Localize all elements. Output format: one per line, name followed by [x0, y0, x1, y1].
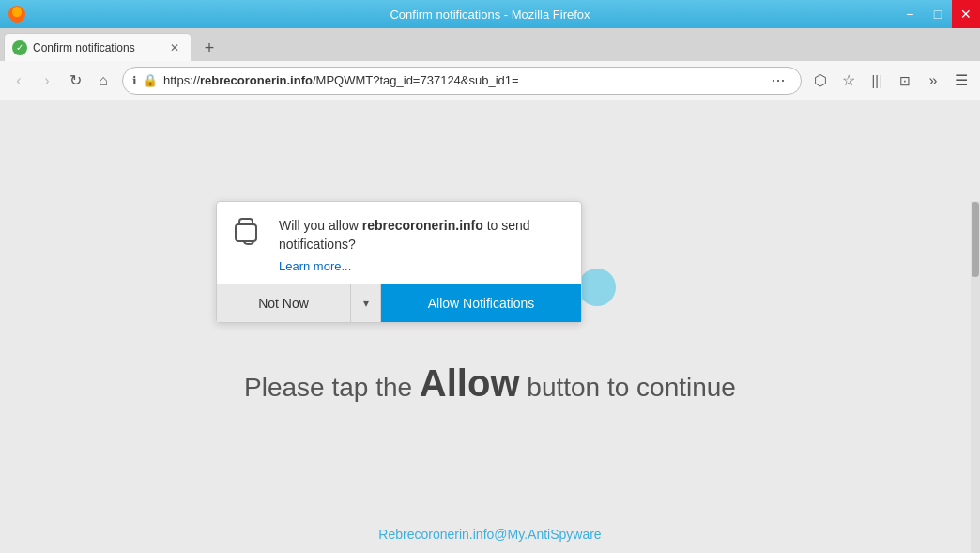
close-button[interactable]: ✕: [952, 0, 980, 28]
page-footer: Rebrecoronerin.info@My.AntiSpyware: [378, 527, 601, 542]
page-content: Please tap the Allow button to continue …: [0, 100, 980, 553]
popup-actions: Not Now ▾ Allow Notifications: [217, 284, 581, 322]
firefox-logo-icon: [8, 5, 26, 23]
window-title: Confirm notifications - Mozilla Firefox: [390, 8, 590, 22]
title-bar-controls: − □ ✕: [896, 0, 980, 28]
address-bar[interactable]: ℹ 🔒 https://rebrecoronerin.info/MPQWMT?t…: [122, 67, 802, 95]
overflow-button[interactable]: »: [920, 68, 946, 94]
not-now-dropdown-button[interactable]: ▾: [351, 284, 381, 322]
reload-button[interactable]: ↻: [62, 68, 88, 94]
library-button[interactable]: |||: [864, 68, 890, 94]
popup-text-block: Will you allow rebrecoronerin.info to se…: [279, 217, 566, 274]
title-bar-left: [8, 5, 26, 23]
browser-content-area: Will you allow rebrecoronerin.info to se…: [0, 100, 980, 553]
not-now-button[interactable]: Not Now: [217, 284, 351, 322]
title-bar: Confirm notifications - Mozilla Firefox …: [0, 0, 980, 28]
popup-question: Will you allow rebrecoronerin.info to se…: [279, 217, 566, 253]
url-domain: rebrecoronerin.info: [200, 73, 313, 87]
toolbar-right: ⬡ ☆ ||| ⊡ » ☰: [807, 68, 974, 94]
tab-favicon-icon: [12, 40, 27, 55]
tab-label: Confirm notifications: [33, 41, 135, 54]
scrollbar[interactable]: [971, 201, 980, 553]
pocket-button[interactable]: ⬡: [807, 68, 834, 94]
active-tab[interactable]: Confirm notifications ✕: [4, 33, 191, 61]
notification-bell-icon: [232, 217, 266, 251]
site-info-icon[interactable]: ℹ: [132, 74, 137, 87]
navigation-bar: ‹ › ↻ ⌂ ℹ 🔒 https://rebrecoronerin.info/…: [0, 61, 980, 100]
hamburger-menu-button[interactable]: ☰: [948, 68, 974, 94]
more-options-button[interactable]: ···: [765, 68, 791, 94]
home-button[interactable]: ⌂: [90, 68, 116, 94]
notification-popup: Will you allow rebrecoronerin.info to se…: [216, 201, 582, 323]
maximize-button[interactable]: □: [924, 0, 952, 28]
svg-rect-1: [236, 224, 256, 241]
back-button[interactable]: ‹: [6, 68, 32, 94]
new-tab-button[interactable]: +: [195, 35, 223, 61]
minimize-button[interactable]: −: [896, 0, 924, 28]
tab-close-button[interactable]: ✕: [166, 39, 183, 56]
learn-more-link[interactable]: Learn more...: [279, 259, 351, 273]
lock-icon: 🔒: [143, 73, 158, 87]
dot-3: [578, 269, 616, 306]
allow-notifications-button[interactable]: Allow Notifications: [381, 284, 581, 322]
popup-body: Will you allow rebrecoronerin.info to se…: [217, 202, 581, 284]
synced-tabs-button[interactable]: ⊡: [892, 68, 918, 94]
scrollbar-thumb[interactable]: [972, 202, 979, 277]
url-path: /MPQWMT?tag_id=737124&sub_id1=: [313, 73, 519, 87]
forward-button[interactable]: ›: [34, 68, 60, 94]
bookmark-button[interactable]: ☆: [835, 68, 862, 94]
tab-bar: Confirm notifications ✕ +: [0, 28, 980, 61]
page-message: Please tap the Allow button to continue: [244, 362, 736, 405]
url-display: https://rebrecoronerin.info/MPQWMT?tag_i…: [163, 73, 759, 87]
